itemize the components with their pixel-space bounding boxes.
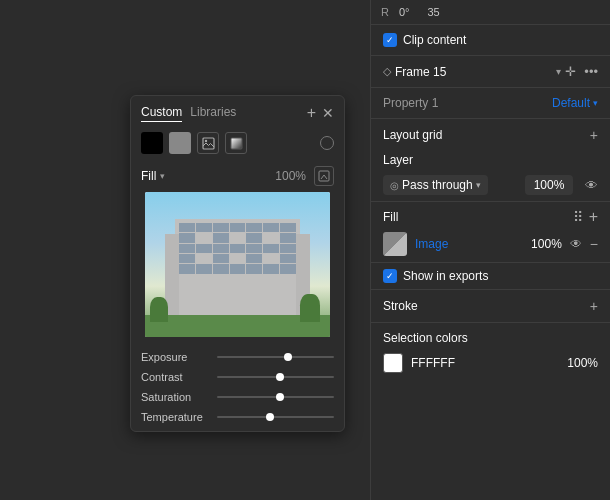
frame-icons: ✛ •••	[565, 64, 598, 79]
slider-saturation: Saturation	[131, 387, 344, 407]
image-preview	[145, 192, 330, 337]
layer-eye-icon[interactable]: 👁	[585, 178, 598, 193]
property1-value-text: Default	[552, 96, 590, 110]
temperature-track[interactable]	[217, 416, 334, 418]
move-icon[interactable]: ✛	[565, 64, 576, 79]
left-panel: Custom Libraries + ✕	[0, 0, 370, 500]
exports-checkmark-icon: ✓	[386, 272, 394, 281]
layout-grid-add-icon[interactable]: +	[590, 127, 598, 143]
fill-row: Fill ▾ 100%	[131, 162, 344, 192]
show-exports-label: Show in exports	[403, 269, 488, 283]
layer-section-header: Layer	[371, 149, 610, 169]
svg-rect-2	[231, 138, 242, 149]
clip-content-label: Clip content	[403, 33, 466, 47]
exposure-thumb[interactable]	[284, 353, 292, 361]
building-container	[165, 219, 310, 319]
fill-type-label[interactable]: Image	[415, 237, 448, 251]
diamond-icon: ◇	[383, 65, 391, 78]
frame-name[interactable]: Frame 15	[395, 65, 552, 79]
fill-thumb-image	[383, 232, 407, 256]
contrast-track[interactable]	[217, 376, 334, 378]
top-bar: R 0° 35	[371, 0, 610, 25]
temperature-thumb[interactable]	[266, 413, 274, 421]
blend-mode-chevron: ▾	[476, 180, 481, 190]
property-row: Property 1 Default ▾	[371, 88, 610, 119]
blend-mode-text: Pass through	[402, 178, 473, 192]
layer-opacity-input[interactable]: 100%	[525, 175, 573, 195]
checkmark-icon: ✓	[386, 36, 394, 45]
saturation-track[interactable]	[217, 396, 334, 398]
fill-section: Fill ⠿ + Image 100% 👁 −	[371, 202, 610, 263]
tree1	[150, 297, 168, 322]
fill-opacity-value: 100%	[275, 169, 306, 183]
fill-section-header: Fill ⠿ +	[383, 208, 598, 226]
plus-icon[interactable]: +	[307, 104, 316, 122]
fill-label: Fill ▾	[141, 169, 165, 183]
building-windows	[175, 219, 300, 319]
fill-thumbnail[interactable]	[383, 232, 407, 256]
rotation-value[interactable]: 0°	[399, 6, 410, 18]
fill-remove-icon[interactable]: −	[590, 236, 598, 252]
close-icon[interactable]: ✕	[322, 105, 334, 121]
color-swatch-white[interactable]	[383, 353, 403, 373]
clip-content-checkbox[interactable]: ✓	[383, 33, 397, 47]
fill-item: Image 100% 👁 −	[383, 232, 598, 256]
temperature-label: Temperature	[141, 411, 209, 423]
swatch-gradient[interactable]	[225, 132, 247, 154]
slider-temperature: Temperature	[131, 407, 344, 427]
fill-opacity-val[interactable]: 100%	[531, 237, 562, 251]
fill-add-icon[interactable]: +	[589, 208, 598, 226]
saturation-label: Saturation	[141, 391, 209, 403]
layer-row: ◎ Pass through ▾ 100% 👁	[371, 169, 610, 202]
stroke-label: Stroke	[383, 299, 590, 313]
fill-icon[interactable]	[314, 166, 334, 186]
color-hex[interactable]: FFFFFF	[411, 356, 455, 370]
clip-content-row: ✓ Clip content	[371, 25, 610, 56]
picker-tabs: Custom Libraries	[141, 105, 299, 122]
tab-custom[interactable]: Custom	[141, 105, 182, 122]
contrast-thumb[interactable]	[276, 373, 284, 381]
show-exports-row: ✓ Show in exports	[371, 263, 610, 290]
blend-mode-selector[interactable]: ◎ Pass through ▾	[383, 175, 488, 195]
swatch-gray[interactable]	[169, 132, 191, 154]
frame-row: ◇ Frame 15 ▾ ✛ •••	[371, 56, 610, 88]
property1-label: Property 1	[383, 96, 552, 110]
fill-section-label: Fill	[383, 210, 398, 224]
x-value[interactable]: 35	[427, 6, 439, 18]
selection-colors-section: Selection colors FFFFFF 100%	[371, 323, 610, 381]
property1-chevron-icon: ▾	[593, 98, 598, 108]
rotation-label: R	[381, 6, 389, 18]
fill-eye-icon[interactable]: 👁	[570, 237, 582, 251]
layer-label: Layer	[383, 153, 413, 167]
more-icon[interactable]: •••	[584, 64, 598, 79]
color-pct[interactable]: 100%	[567, 356, 598, 370]
swatch-black[interactable]	[141, 132, 163, 154]
layout-grid-row: Layout grid +	[371, 119, 610, 149]
opacity-swatch	[320, 136, 334, 150]
swatch-image[interactable]	[197, 132, 219, 154]
stroke-add-icon[interactable]: +	[590, 298, 598, 314]
fill-dots-icon[interactable]: ⠿	[573, 209, 583, 225]
frame-chevron-icon[interactable]: ▾	[556, 66, 561, 77]
exposure-track[interactable]	[217, 356, 334, 358]
tree2	[300, 294, 320, 322]
slider-exposure: Exposure	[131, 347, 344, 367]
svg-rect-3	[319, 171, 329, 181]
right-panel: R 0° 35 ✓ Clip content ◇ Frame 15 ▾ ✛ ••…	[370, 0, 610, 500]
show-exports-checkbox[interactable]: ✓	[383, 269, 397, 283]
contrast-label: Contrast	[141, 371, 209, 383]
color-row: FFFFFF 100%	[383, 353, 598, 373]
layout-grid-label: Layout grid	[383, 128, 590, 142]
tab-libraries[interactable]: Libraries	[190, 105, 236, 122]
blend-mode-icon: ◎	[390, 180, 399, 191]
picker-header-icons: + ✕	[307, 104, 334, 122]
property1-value[interactable]: Default ▾	[552, 96, 598, 110]
fill-text: Fill	[141, 169, 156, 183]
fill-chevron: ▾	[160, 171, 165, 181]
slider-contrast: Contrast	[131, 367, 344, 387]
stroke-row: Stroke +	[371, 290, 610, 323]
saturation-thumb[interactable]	[276, 393, 284, 401]
selection-colors-label: Selection colors	[383, 331, 598, 345]
picker-header: Custom Libraries + ✕	[131, 96, 344, 128]
svg-rect-0	[203, 138, 214, 149]
